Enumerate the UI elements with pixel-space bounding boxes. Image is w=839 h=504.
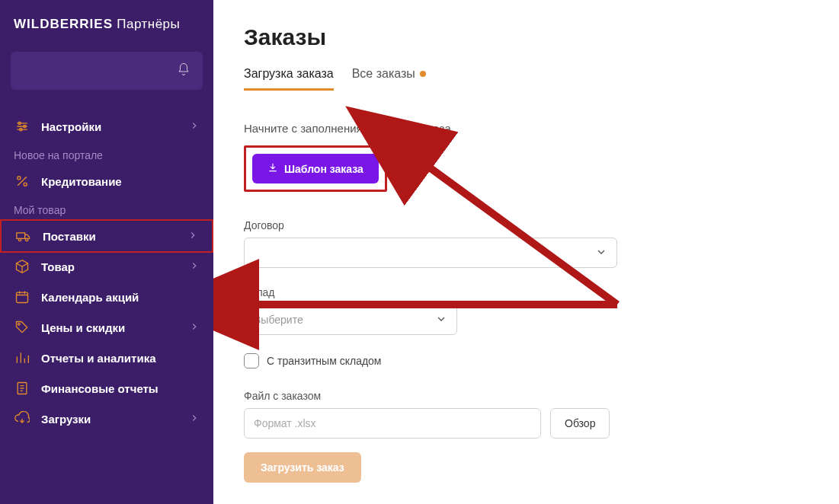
box-icon (14, 259, 30, 274)
truck-icon (15, 228, 32, 244)
sidebar-item-settings[interactable]: Настройки (0, 111, 213, 142)
sidebar-item-label: Настройки (41, 120, 178, 133)
field-warehouse: Склад Выберите (244, 286, 809, 335)
select-placeholder: Выберите (254, 314, 303, 326)
sidebar-item-label: Финансовые отчеты (41, 382, 200, 395)
chevron-right-icon (189, 260, 200, 273)
sidebar-item-label: Календарь акций (41, 291, 200, 304)
tag-icon (14, 320, 30, 335)
svg-point-7 (26, 238, 28, 241)
sidebar: WILDBERRIES Партнёры Настройки Новое на … (0, 0, 213, 504)
sidebar-item-product[interactable]: Товар (0, 251, 213, 282)
svg-point-3 (18, 177, 21, 180)
template-download-button[interactable]: Шаблон заказа (252, 154, 379, 183)
svg-rect-8 (17, 292, 28, 302)
chevron-down-icon (435, 313, 447, 327)
calendar-icon (14, 289, 30, 305)
template-highlight: Шаблон заказа (244, 145, 387, 192)
tab-label: Все заказы (352, 67, 415, 81)
sidebar-item-credit[interactable]: Кредитование (0, 166, 213, 196)
sidebar-item-label: Цены и скидки (41, 321, 178, 334)
sidebar-item-reports[interactable]: Отчеты и аналитика (0, 343, 213, 373)
sidebar-item-fin[interactable]: Финансовые отчеты (0, 373, 213, 404)
field-label: Файл с заказом (244, 390, 809, 402)
checkbox[interactable] (244, 353, 259, 368)
input-placeholder: Формат .xlsx (254, 417, 316, 429)
percent-icon (14, 174, 30, 189)
page-title: Заказы (244, 24, 809, 50)
sidebar-item-label: Отчеты и аналитика (41, 352, 200, 365)
bell-icon[interactable] (177, 62, 191, 79)
document-icon (14, 381, 30, 396)
brand-sub: Партнёры (117, 17, 180, 31)
file-input[interactable]: Формат .xlsx (244, 408, 541, 439)
field-label: Договор (244, 219, 809, 231)
chevron-right-icon (189, 321, 200, 334)
upload-button: Загрузить заказ (244, 452, 361, 483)
cloud-download-icon (14, 411, 30, 426)
tab-upload[interactable]: Загрузка заказа (244, 67, 334, 91)
sidebar-item-supplies[interactable]: Поставки (0, 219, 213, 253)
brand-logo: WILDBERRIES (14, 17, 113, 31)
chart-icon (14, 350, 30, 365)
svg-point-6 (18, 238, 21, 241)
tab-label: Загрузка заказа (244, 67, 334, 81)
sliders-icon (14, 119, 30, 134)
chevron-right-icon (189, 413, 200, 426)
download-icon (267, 162, 278, 175)
brand: WILDBERRIES Партнёры (0, 17, 213, 46)
sidebar-item-label: Кредитование (41, 175, 200, 188)
svg-point-9 (18, 324, 21, 326)
checkbox-label: С транзитным складом (267, 355, 382, 367)
warehouse-select[interactable]: Выберите (244, 305, 457, 335)
button-label: Шаблон заказа (284, 163, 363, 175)
file-row: Формат .xlsx Обзор (244, 408, 809, 439)
hint-text: Начните с заполнения шаблона заказа. (244, 122, 809, 135)
sidebar-item-label: Товар (41, 260, 178, 273)
tab-all[interactable]: Все заказы (352, 67, 426, 91)
browse-button[interactable]: Обзор (550, 408, 610, 439)
svg-point-4 (24, 183, 27, 186)
sidebar-item-calendar[interactable]: Календарь акций (0, 282, 213, 312)
svg-rect-5 (17, 233, 25, 239)
contract-select[interactable] (244, 238, 617, 268)
tabs: Загрузка заказа Все заказы (244, 67, 809, 91)
sidebar-item-label: Поставки (43, 230, 177, 243)
sidebar-item-label: Загрузки (41, 413, 178, 426)
sidebar-item-prices[interactable]: Цены и скидки (0, 312, 213, 343)
chevron-down-icon (595, 246, 607, 260)
chevron-right-icon (189, 120, 200, 133)
chevron-right-icon (187, 230, 198, 243)
sidebar-item-downloads[interactable]: Загрузки (0, 404, 213, 434)
field-contract: Договор (244, 219, 809, 268)
user-box[interactable] (11, 52, 203, 90)
notification-dot-icon (420, 71, 426, 77)
section-label-new: Новое на портале (0, 142, 213, 166)
transit-checkbox-row[interactable]: С транзитным складом (244, 353, 809, 368)
main-content: Заказы Загрузка заказа Все заказы Начнит… (213, 0, 839, 504)
field-label: Склад (244, 286, 809, 298)
section-label-goods: Мой товар (0, 196, 213, 221)
